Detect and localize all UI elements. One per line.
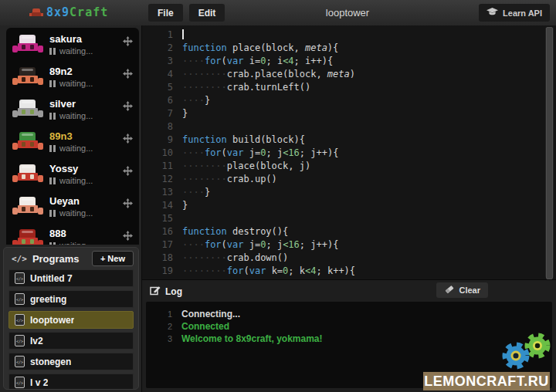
pause-icon xyxy=(49,210,56,217)
code-text: } xyxy=(182,107,188,120)
code-text: ····for(var j=0; j<16; j++){ xyxy=(182,147,338,160)
log-entry: 2Connected xyxy=(146,320,552,333)
line-number: 17 xyxy=(142,238,182,252)
line-number: 9 xyxy=(142,133,182,147)
logo-text-craft: Craft xyxy=(70,5,108,19)
player-name: Yossy xyxy=(49,163,123,174)
logo-text-8x9: 8x9 xyxy=(46,5,70,19)
player-row[interactable]: sakurawaiting... xyxy=(6,28,139,60)
player-status: waiting... xyxy=(49,176,123,185)
player-status-text: waiting... xyxy=(59,79,93,88)
program-item[interactable]: </>lv2 xyxy=(8,332,134,350)
crab-icon xyxy=(12,35,43,56)
line-number: 4 xyxy=(142,68,182,81)
player-status-text: waiting... xyxy=(59,111,93,120)
player-row[interactable]: 888waiting... xyxy=(6,222,139,245)
editor-scrollbar[interactable] xyxy=(545,27,554,278)
code-text: ····} xyxy=(182,186,210,199)
graduation-cap-icon xyxy=(486,8,498,18)
program-item[interactable]: </>l v 2 xyxy=(8,373,134,390)
menu-bar: File Edit xyxy=(148,4,225,22)
code-text xyxy=(182,29,184,42)
move-icon[interactable] xyxy=(123,230,133,244)
code-line: 8 xyxy=(142,120,556,133)
log-line-number: 2 xyxy=(146,322,181,331)
player-row[interactable]: Ueyanwaiting... xyxy=(6,190,139,222)
line-number: 3 xyxy=(142,55,182,68)
clear-log-button[interactable]: Clear xyxy=(436,282,488,298)
code-line: 4········crab.place(block, meta) xyxy=(142,68,556,81)
code-line: 14} xyxy=(142,199,556,212)
log-message: Connecting... xyxy=(181,309,240,319)
program-name: lv2 xyxy=(30,336,43,346)
crab-icon xyxy=(12,67,43,89)
player-row[interactable]: silverwaiting... xyxy=(6,93,139,125)
line-number: 5 xyxy=(142,81,182,94)
pause-icon xyxy=(49,242,56,245)
player-name: 888 xyxy=(49,228,123,239)
line-number: 6 xyxy=(142,94,182,107)
code-text: function place(block, meta){ xyxy=(182,42,338,55)
code-text: ········crab.turnLeft() xyxy=(182,81,310,94)
player-row[interactable]: 89n2waiting... xyxy=(6,60,139,93)
crab-icon xyxy=(12,132,43,154)
move-icon[interactable] xyxy=(123,198,133,211)
file-menu-button[interactable]: File xyxy=(148,4,183,22)
code-line: 2function place(block, meta){ xyxy=(142,42,556,55)
program-name: looptower xyxy=(30,315,74,326)
line-number: 12 xyxy=(142,173,182,186)
program-item[interactable]: </>looptower xyxy=(8,311,134,329)
move-icon[interactable] xyxy=(123,68,133,82)
move-icon[interactable] xyxy=(123,165,133,179)
move-icon[interactable] xyxy=(123,133,133,147)
pause-icon xyxy=(49,113,56,120)
scrollbar-thumb[interactable] xyxy=(546,27,553,279)
crab-icon xyxy=(12,100,43,121)
learn-api-button[interactable]: Learn API xyxy=(479,4,550,22)
program-item[interactable]: </>greeting xyxy=(8,290,134,308)
code-text: ········place(block, j) xyxy=(182,160,310,173)
new-program-button[interactable]: + New xyxy=(92,251,134,266)
player-status-text: waiting... xyxy=(59,176,93,185)
crab-icon xyxy=(12,164,43,186)
program-name: stonegen xyxy=(30,357,71,367)
app-logo: 8x9Craft xyxy=(29,5,108,19)
program-file-icon: </> xyxy=(15,272,25,284)
line-number: 14 xyxy=(142,199,182,212)
code-text: ····} xyxy=(182,94,210,107)
line-number: 13 xyxy=(142,186,182,199)
move-icon[interactable] xyxy=(123,35,133,49)
line-number: 18 xyxy=(142,252,182,265)
move-icon[interactable] xyxy=(123,100,133,114)
player-row[interactable]: 89n3waiting... xyxy=(6,125,139,157)
program-item[interactable]: </>Untitled 7 xyxy=(8,269,134,287)
player-status-text: waiting... xyxy=(59,241,93,245)
programs-panel: </> Programs + New </>Untitled 7</>greet… xyxy=(3,247,139,390)
player-name: silver xyxy=(49,98,123,110)
program-name: greeting xyxy=(30,294,66,305)
log-title: Log xyxy=(165,286,182,297)
log-message: Connected xyxy=(181,321,229,332)
code-line: 17····for(var j=0; j<16; j++){ xyxy=(142,238,556,252)
code-line: 13····} xyxy=(142,186,556,199)
player-status-text: waiting... xyxy=(59,144,93,153)
player-row[interactable]: Yossywaiting... xyxy=(6,157,139,190)
log-entry: 3Welcome to 8x9craft, yokmama! xyxy=(146,333,552,345)
code-line: 12········crab.up() xyxy=(142,173,556,186)
text-cursor xyxy=(182,29,184,39)
edit-menu-button[interactable]: Edit xyxy=(189,4,225,22)
lemoncraft-watermark-banner: LEMONCRAFT.RU xyxy=(423,372,550,390)
learn-api-label: Learn API xyxy=(503,8,542,18)
program-item[interactable]: </>stonegen xyxy=(8,353,134,370)
program-file-icon: </> xyxy=(15,293,25,305)
player-status: waiting... xyxy=(49,111,123,120)
line-number: 10 xyxy=(142,147,182,160)
clear-log-label: Clear xyxy=(459,286,480,295)
log-entry: 1Connecting... xyxy=(146,308,552,320)
code-line: 18········crab.down() xyxy=(142,252,556,265)
player-status-text: waiting... xyxy=(59,46,93,56)
pause-icon xyxy=(49,145,56,152)
programs-header: </> Programs + New xyxy=(4,248,138,269)
code-editor[interactable]: 12function place(block, meta){3····for(v… xyxy=(142,25,556,282)
player-status: waiting... xyxy=(49,46,123,56)
